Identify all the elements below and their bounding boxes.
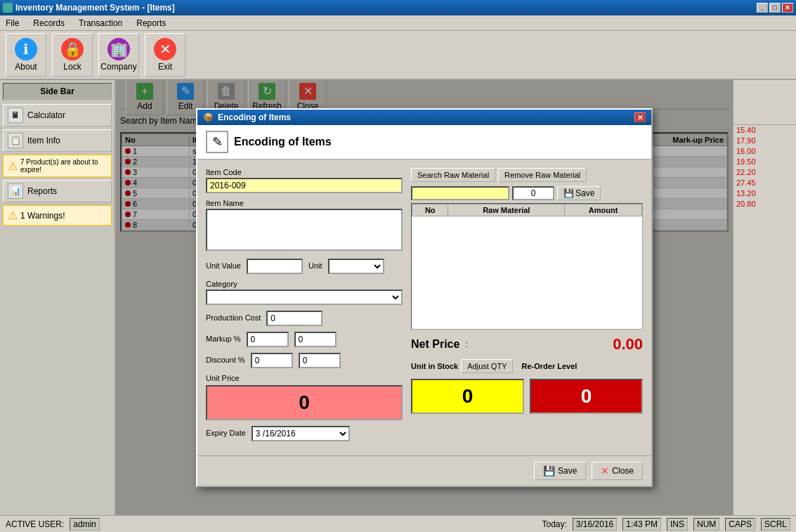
- net-price-label: Net Price: [411, 338, 459, 351]
- modal-footer: 💾 Save ✕ Close: [197, 455, 651, 486]
- net-price-row: Net Price : 0.00: [411, 335, 643, 353]
- net-price-separator: :: [465, 339, 467, 349]
- reports-icon: 📊: [8, 183, 23, 199]
- unit-value-input[interactable]: [247, 259, 303, 274]
- company-icon: 🏢: [107, 38, 130, 60]
- about-label: About: [15, 62, 37, 72]
- reorder-display: 0: [530, 379, 643, 414]
- exit-button[interactable]: ✕ Exit: [145, 33, 185, 77]
- menu-reports[interactable]: Reports: [133, 17, 169, 30]
- unit-in-stock-display: 0: [411, 379, 524, 414]
- menu-bar: File Records Transaction Reports: [0, 15, 796, 31]
- warnings-icon: ⚠: [8, 209, 18, 222]
- modal-app-icon: 📦: [203, 112, 214, 122]
- markup-value: 27.45: [733, 178, 796, 188]
- maximize-button[interactable]: □: [769, 3, 781, 13]
- item-name-input[interactable]: [206, 209, 403, 251]
- production-cost-input[interactable]: [266, 311, 322, 326]
- menu-transaction[interactable]: Transaction: [76, 17, 125, 30]
- item-code-input[interactable]: [206, 178, 403, 193]
- reorder-label: Re-Order Level: [521, 362, 577, 370]
- markup-header: [733, 112, 796, 125]
- unit-in-stock-label: Unit in Stock: [411, 362, 458, 370]
- calculator-icon: 🖩: [8, 108, 23, 123]
- markup-input-2[interactable]: [294, 332, 337, 347]
- modal-overlay: 📦 Encoding of Items ✕ ✎ Encoding of Item…: [116, 80, 733, 515]
- reports-button[interactable]: 📊 Reports: [3, 180, 112, 202]
- remove-raw-material-button[interactable]: Remove Raw Material: [498, 168, 587, 182]
- modal-close-footer-button[interactable]: ✕ Close: [592, 462, 643, 480]
- raw-material-text-input[interactable]: [411, 186, 509, 200]
- markup-input-1[interactable]: [247, 332, 289, 347]
- adjust-qty-button[interactable]: Adjust QTY: [461, 359, 513, 373]
- about-button[interactable]: ℹ About: [6, 33, 46, 77]
- modal-header-title: Encoding of Items: [234, 136, 332, 148]
- app-icon: [3, 3, 13, 13]
- num-indicator: NUM: [693, 518, 719, 531]
- warning-icon: ⚠: [8, 160, 18, 173]
- search-raw-material-button[interactable]: Search Raw Material: [411, 168, 495, 182]
- window-close-button[interactable]: ✕: [782, 3, 793, 13]
- unit-select[interactable]: [328, 259, 384, 274]
- item-info-button[interactable]: 📋 Item Info: [3, 129, 112, 152]
- user-label: ACTIVE USER:: [6, 519, 64, 529]
- exit-icon: ✕: [154, 38, 176, 60]
- item-code-label: Item Code: [206, 168, 403, 176]
- raw-material-amount-input[interactable]: [512, 186, 554, 200]
- rm-col-name: Raw Material: [448, 205, 565, 216]
- lock-label: Lock: [63, 62, 81, 72]
- discount-input-2[interactable]: [299, 353, 341, 368]
- warnings-button[interactable]: ⚠ 1 Warnings!: [3, 205, 112, 226]
- sidebar: Side Bar 🖩 Calculator 📋 Item Info ⚠ 7 Pr…: [0, 80, 116, 515]
- content-area: Side Bar 🖩 Calculator 📋 Item Info ⚠ 7 Pr…: [0, 80, 796, 515]
- caps-indicator: CAPS: [725, 518, 755, 531]
- title-bar: Inventory Management System - [Items] _ …: [0, 0, 796, 15]
- menu-records[interactable]: Records: [30, 17, 67, 30]
- company-button[interactable]: 🏢 Company: [98, 33, 139, 77]
- markup-value: 13.20: [733, 188, 796, 199]
- category-select[interactable]: [206, 290, 403, 305]
- modal-header: ✎ Encoding of Items: [197, 125, 651, 160]
- rm-col-no: No: [412, 205, 448, 216]
- expiry-date-select[interactable]: 3 /16/2016: [252, 426, 350, 441]
- raw-material-save-button[interactable]: 💾 Save: [557, 186, 601, 200]
- unit-price-display: 0: [206, 385, 403, 420]
- raw-material-table: No Raw Material Amount: [411, 203, 643, 330]
- discount-input-1[interactable]: [251, 353, 293, 368]
- unit-value-label: Unit Value: [206, 261, 241, 270]
- category-label: Category: [206, 280, 403, 288]
- expiry-warning[interactable]: ⚠ 7 Product(s) are about to expire!: [3, 155, 112, 177]
- status-bar: ACTIVE USER: admin Today: 3/16/2016 1:43…: [0, 515, 796, 532]
- modal-close-footer-icon: ✕: [601, 465, 609, 476]
- markup-value: 17.90: [733, 136, 796, 146]
- markup-column: 15.4017.9016.0019.5022.2027.4513.2020.80: [733, 80, 796, 515]
- item-name-label: Item Name: [206, 199, 403, 207]
- menu-file[interactable]: File: [3, 17, 22, 30]
- about-icon: ℹ: [15, 38, 37, 60]
- save-icon: 💾: [563, 188, 574, 198]
- time-value: 1:43 PM: [622, 518, 661, 531]
- markup-value: 15.40: [733, 125, 796, 136]
- unit-price-label: Unit Price: [206, 374, 403, 382]
- main-panel: + Add ✎ Edit 🗑 Delete ↻ Refresh ✕ Close …: [116, 80, 733, 515]
- today-label: Today:: [542, 519, 567, 529]
- markup-label: Markup %: [206, 335, 241, 343]
- modal-close-button[interactable]: ✕: [634, 112, 646, 122]
- modal-title: Encoding of Items: [218, 112, 291, 122]
- expiry-date-label: Expiry Date: [206, 429, 246, 437]
- calculator-button[interactable]: 🖩 Calculator: [3, 104, 112, 126]
- scrl-indicator: SCRL: [761, 518, 790, 531]
- minimize-button[interactable]: _: [757, 3, 768, 13]
- exit-label: Exit: [158, 62, 172, 72]
- encoding-modal: 📦 Encoding of Items ✕ ✎ Encoding of Item…: [196, 108, 653, 487]
- main-toolbar: ℹ About 🔒 Lock 🏢 Company ✕ Exit: [0, 31, 796, 80]
- markup-value: 16.00: [733, 146, 796, 157]
- modal-titlebar: 📦 Encoding of Items ✕: [197, 110, 651, 125]
- user-value: admin: [70, 518, 100, 531]
- modal-save-button[interactable]: 💾 Save: [534, 462, 586, 480]
- markup-value: 20.80: [733, 199, 796, 209]
- rm-col-amount: Amount: [565, 205, 642, 216]
- lock-button[interactable]: 🔒 Lock: [52, 33, 93, 77]
- ins-indicator: INS: [667, 518, 688, 531]
- date-value: 3/16/2016: [573, 518, 617, 531]
